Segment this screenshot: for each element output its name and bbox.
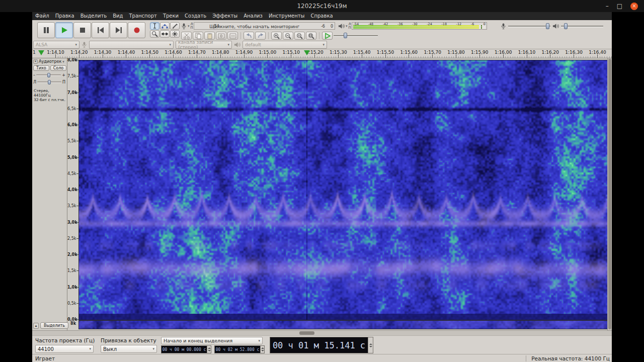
multi-tool-button[interactable] — [170, 30, 180, 38]
zoom-in-button[interactable] — [271, 32, 282, 40]
slider-thumb[interactable] — [48, 80, 51, 84]
scrollbar-thumb[interactable] — [608, 59, 611, 329]
maximize-button[interactable]: □ — [617, 3, 622, 10]
frequency-label: 7,5k — [67, 74, 78, 90]
meter-menu-caret-icon[interactable]: ▾ — [188, 24, 190, 28]
play-button[interactable] — [55, 22, 73, 38]
silence-audio-button[interactable] — [227, 32, 238, 40]
pan-slider-track[interactable] — [37, 81, 61, 83]
spin-down-icon[interactable] — [261, 350, 264, 351]
undo-button[interactable] — [244, 32, 254, 40]
gain-slider-track[interactable] — [36, 74, 61, 76]
record-meter[interactable]: ▾ Л П -54 Щёлкните, чтобы начать монитор… — [181, 22, 335, 30]
zoom-fit-project-button[interactable] — [306, 32, 316, 40]
spinner[interactable] — [207, 346, 211, 353]
vertical-scrollbar[interactable] — [607, 58, 612, 330]
menu-item[interactable]: Правка — [52, 12, 77, 20]
pause-button[interactable] — [37, 22, 55, 38]
skip-to-end-button[interactable] — [110, 22, 127, 38]
selection-tool-button[interactable] — [150, 22, 159, 30]
spin-up-icon[interactable] — [369, 343, 372, 345]
audio-position-display[interactable]: 00 ч 01 м 15.141 с — [270, 337, 373, 353]
pinned-playhead-marker[interactable] — [38, 50, 44, 55]
menu-item[interactable]: Создать — [182, 12, 209, 20]
track-name-menu[interactable]: Аудиотрек ▾ — [39, 59, 64, 64]
menu-item[interactable]: Справка — [308, 12, 336, 20]
close-button[interactable]: × — [630, 3, 638, 10]
spin-up-icon[interactable] — [208, 347, 211, 349]
play-speed-slider[interactable] — [334, 33, 378, 39]
record-button[interactable] — [128, 22, 145, 38]
timeline-ruler[interactable]: 1 1:14,101:14,201:14,301:14,401:14,501:1… — [32, 49, 612, 58]
collapse-track-button[interactable]: ▴ — [33, 323, 39, 329]
speaker-icon — [234, 42, 240, 48]
draw-tool-button[interactable] — [170, 22, 180, 30]
zoom-tool-button[interactable] — [150, 30, 159, 38]
solo-button[interactable]: Соло — [50, 65, 67, 71]
gain-slider[interactable]: – + — [33, 73, 65, 77]
close-track-button[interactable]: × — [33, 59, 38, 64]
cut-button[interactable] — [181, 32, 192, 40]
project-rate-select[interactable]: 44100 ▾ — [35, 345, 94, 353]
slider-thumb[interactable] — [546, 23, 549, 29]
redo-button[interactable] — [255, 32, 266, 40]
snap-to-select[interactable]: Выкл ▾ — [101, 345, 157, 353]
envelope-tool-button[interactable] — [160, 22, 170, 30]
selection-mode-select[interactable]: Начало и конец выделения ▾ — [161, 337, 263, 344]
spectrogram-canvas-channel2[interactable] — [79, 321, 607, 329]
menu-item[interactable]: Треки — [160, 12, 182, 20]
timeshift-tool-button[interactable] — [160, 30, 170, 38]
menu-item[interactable]: Файл — [32, 12, 52, 20]
play-meter-body[interactable]: -54-48-42-36-30-24-18-12-60 — [352, 22, 487, 30]
horizontal-scrollbar[interactable] — [32, 330, 612, 335]
track-bottom-row: ▴ Выделить — [33, 322, 68, 329]
skip-to-start-button[interactable] — [92, 22, 109, 38]
slider-thumb[interactable] — [47, 73, 50, 77]
menu-item[interactable]: Анализ — [240, 12, 266, 20]
slider-thumb[interactable] — [564, 23, 568, 29]
spectrogram-canvas[interactable] — [79, 60, 607, 320]
zoom-to-selection-button[interactable] — [294, 32, 305, 40]
timeline-label: 1:14,60 — [162, 50, 185, 55]
minimize-button[interactable]: – — [606, 3, 609, 10]
window-title: 120225c16ч19м — [0, 0, 644, 12]
selection-end-field[interactable]: 00 ч 02 м 52.800 с — [214, 345, 265, 353]
spin-up-icon[interactable] — [261, 347, 264, 349]
meter-menu-caret-icon[interactable]: ▾ — [346, 24, 348, 28]
menu-item[interactable]: Вид — [110, 12, 126, 20]
playback-volume-slider[interactable] — [561, 23, 603, 29]
audio-host-select[interactable]: ALSA ▾ — [33, 41, 79, 49]
copy-button[interactable] — [193, 32, 203, 40]
paste-button[interactable] — [204, 32, 215, 40]
recording-volume-slider[interactable] — [508, 23, 550, 29]
recording-channels-select[interactable]: канала записи (стерео) ▾ — [176, 41, 232, 49]
select-track-button[interactable]: Выделить — [40, 322, 68, 329]
stop-button[interactable] — [73, 22, 91, 38]
playhead-marker[interactable] — [304, 50, 310, 55]
selection-start-field[interactable]: 00 ч 00 м 00.000 с — [161, 345, 211, 353]
tick-label: 0 — [331, 24, 333, 29]
trim-audio-button[interactable] — [216, 32, 226, 40]
menu-item[interactable]: Выделить — [77, 12, 110, 20]
menu-item[interactable]: Транспорт — [126, 12, 159, 20]
envelope-icon — [162, 23, 168, 29]
play-at-speed-button[interactable] — [322, 32, 333, 40]
scrollbar-thumb[interactable] — [299, 331, 314, 335]
playback-meter[interactable]: ▾ Л П -54-48-42-36-30-24-18-12-60 — [338, 22, 487, 30]
audacity-window: ФайлПравкаВыделитьВидТранспортТрекиСозда… — [32, 12, 612, 362]
slider-thumb[interactable] — [344, 33, 347, 38]
spin-down-icon[interactable] — [369, 346, 372, 347]
mute-button[interactable]: Тихо — [33, 65, 49, 71]
zoom-out-button[interactable] — [283, 32, 293, 40]
track-format-line2: 32-бит с пл.тчк. — [34, 98, 67, 102]
spinner[interactable] — [368, 337, 373, 353]
record-meter-body[interactable]: -54 Щёлкните, чтобы начать мониторинг -6… — [194, 22, 335, 30]
playback-device-select[interactable]: default ▾ — [243, 41, 327, 49]
spin-down-icon[interactable] — [208, 350, 211, 351]
pan-slider[interactable]: Л П — [33, 80, 65, 84]
window-titlebar[interactable]: 120225c16ч19м – □ × — [0, 0, 644, 12]
spinner[interactable] — [260, 346, 264, 353]
menu-item[interactable]: Эффекты — [209, 12, 240, 20]
recording-device-select[interactable]: ▾ — [89, 41, 174, 49]
menu-item[interactable]: Инструменты — [266, 12, 308, 20]
